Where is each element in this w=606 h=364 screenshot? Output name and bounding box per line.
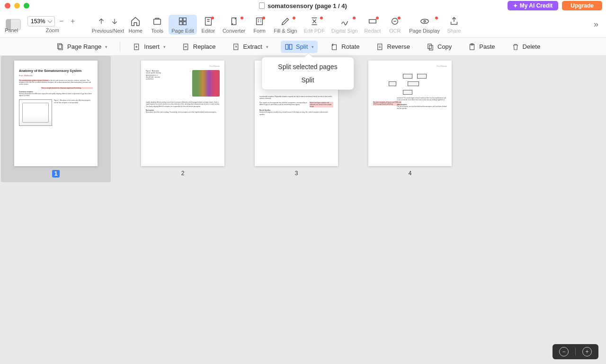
reverse-icon [376,43,384,51]
rotate-button[interactable]: Rotate [326,41,363,53]
copy-icon [426,43,435,51]
ai-credit-button[interactable]: ✦ My AI Credit [508,1,559,10]
tools-icon [152,16,163,27]
split-button[interactable]: Split ▾ [281,41,318,53]
notification-dot [320,17,323,19]
page-thumbnail-2[interactable]: From Wikibooks Figure 2. Mammalian muscl… [141,61,224,177]
tab-page-display[interactable]: Page Display [406,15,443,35]
fill-sign-icon [280,16,291,27]
svg-rect-3 [179,21,182,24]
svg-point-9 [420,19,428,23]
chevron-down-icon: ▾ [312,44,314,49]
notification-dot [211,17,214,19]
tab-digital-sign[interactable]: Digital Sign [329,15,361,35]
page-1-diagram [19,99,52,126]
document-icon [259,2,265,9]
tab-tools[interactable]: Tools [147,15,168,35]
share-icon [448,16,460,27]
tab-ocr[interactable]: OCR [384,15,405,35]
notification-dot [241,17,243,19]
page-1-title: Anatomy of the Somatosensory System [19,69,93,72]
zoom-in-button[interactable]: + [68,17,78,26]
svg-rect-1 [179,18,182,20]
edit-pdf-icon [309,16,320,27]
separator [120,42,120,52]
page-thumbnail-4[interactable]: From Wikibooks For more examples of how … [368,61,452,177]
notification-dot [293,17,295,19]
digital-sign-icon [339,16,350,27]
paste-button[interactable]: Paste [464,41,499,53]
window-title: somatosensory (page 1 / 4) [267,2,347,9]
delete-icon [511,43,520,51]
extract-button[interactable]: Extract ▾ [228,41,272,53]
page-number-4: 4 [409,170,412,177]
more-button[interactable]: » [589,19,603,29]
page-range-button[interactable]: Page Range ▾ [52,41,111,53]
split-icon [285,43,293,51]
chevron-down-icon: ▾ [105,44,107,49]
svg-rect-0 [154,19,161,24]
window-maximize[interactable] [24,3,29,9]
svg-rect-17 [289,44,292,49]
tab-fill-sign[interactable]: Fill & Sign [271,15,300,35]
svg-rect-12 [59,44,62,50]
copy-button[interactable]: Copy [422,41,455,53]
tab-home[interactable]: Home [125,15,146,35]
replace-icon [182,43,190,51]
previous-page-button[interactable] [96,16,107,27]
svg-rect-19 [377,44,382,50]
page-thumbnail-1[interactable]: Anatomy of the Somatosensory System From… [1,56,111,182]
split-option[interactable]: Split [262,73,354,87]
sparkle-icon: ✦ [513,3,517,9]
split-selected-option[interactable]: Split selected pages [262,60,354,73]
tab-form[interactable]: Form [249,15,270,35]
upgrade-button[interactable]: Upgrade [562,1,602,10]
page-number-1: 1 [52,170,60,178]
replace-button[interactable]: Replace [178,41,220,53]
tab-page-edit[interactable]: Page Edit [169,15,197,35]
tab-share[interactable]: Share [444,15,464,35]
page-4-diagram [384,71,436,98]
tab-converter[interactable]: Converter [220,15,248,35]
home-icon [130,16,141,27]
insert-button[interactable]: Insert ▾ [129,41,169,53]
page-1-subtitle: From Wikibooks [19,74,93,77]
svg-rect-16 [285,44,288,49]
rotate-icon [330,43,339,51]
svg-rect-11 [58,44,62,49]
svg-rect-6 [257,18,263,25]
notification-dot [353,17,356,19]
chevron-down-icon [47,18,52,23]
separator [575,348,576,355]
paste-icon [468,43,476,51]
next-page-button[interactable] [109,16,120,27]
reverse-button[interactable]: Reverse [372,41,414,53]
tab-redact[interactable]: Redact [361,15,383,35]
zoom-in-status[interactable]: + [582,347,592,356]
svg-rect-21 [429,45,433,50]
window-minimize[interactable] [14,3,20,9]
page-2-image [192,70,220,97]
chevron-down-icon: ▾ [266,44,268,49]
panel-label: Panel [5,27,18,33]
notification-dot [398,17,401,19]
svg-point-10 [424,20,426,22]
ai-credit-label: My AI Credit [520,2,553,9]
thumbnail-grid: Anatomy of the Somatosensory System From… [0,56,606,364]
page-display-icon [419,16,430,27]
tab-edit-pdf[interactable]: Edit PDF [301,15,328,35]
grid-icon [177,16,188,27]
insert-icon [133,43,141,51]
zoom-select[interactable]: 153% [27,16,55,27]
zoom-out-button[interactable]: − [57,17,66,26]
zoom-out-status[interactable]: − [559,347,569,356]
notification-dot [262,17,265,19]
tab-editor[interactable]: Editor [198,15,219,35]
extract-icon [232,43,241,51]
window-close[interactable] [5,3,10,9]
page-range-icon [56,43,64,51]
zoom-status-bar: − + [553,344,598,359]
svg-rect-20 [428,44,432,49]
svg-rect-4 [183,21,186,24]
delete-button[interactable]: Delete [508,41,544,53]
